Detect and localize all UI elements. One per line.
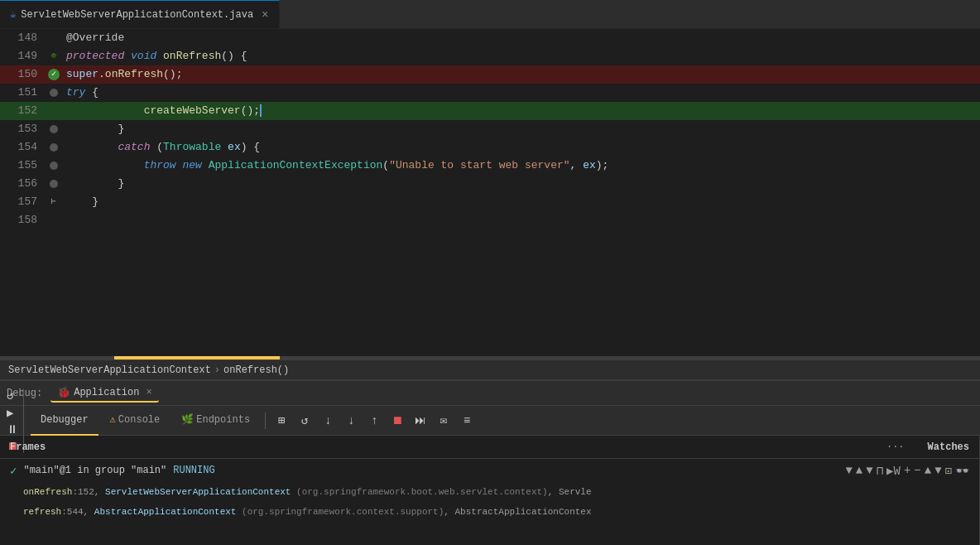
code-line-148: 148 @Override bbox=[0, 29, 980, 47]
frames-header: Frames ··· Watches bbox=[0, 436, 979, 459]
gutter-150: ✓ bbox=[46, 65, 62, 84]
toolbar-separator-1 bbox=[265, 412, 266, 429]
thread-minus-icon[interactable]: − bbox=[914, 464, 920, 477]
thread-down2-icon[interactable]: ▼ bbox=[934, 464, 941, 477]
gutter-158 bbox=[46, 211, 62, 229]
stack-frame-1[interactable]: refresh:544, AbstractApplicationContext … bbox=[0, 502, 979, 522]
frame-method-0: onRefresh bbox=[23, 487, 72, 497]
frames-panel: Frames ··· Watches ✓ "main"@1 in group "… bbox=[0, 436, 980, 545]
debug-session-close[interactable]: × bbox=[146, 387, 151, 398]
frame-suffix-0: , Servle bbox=[548, 487, 592, 497]
breakpoint-icon-150: ✓ bbox=[48, 69, 60, 80]
line-number-154: 154 bbox=[0, 138, 46, 157]
line-content-158 bbox=[62, 211, 980, 229]
code-line-153: 153 } bbox=[0, 120, 980, 138]
thread-dropdown-icon[interactable]: ▼ bbox=[845, 464, 852, 477]
layout-btn[interactable]: ⊞ bbox=[271, 410, 292, 432]
endpoints-icon: 🌿 bbox=[181, 413, 194, 426]
breadcrumb-separator: › bbox=[214, 364, 220, 376]
editor-tab[interactable]: ☕ ServletWebServerApplicationContext.jav… bbox=[0, 0, 280, 28]
pause-icon[interactable]: ⏸ bbox=[7, 423, 18, 436]
endpoints-tab-label: Endpoints bbox=[196, 414, 250, 426]
line-content-152: createWebServer(); bbox=[62, 102, 980, 120]
line-number-152: 152 bbox=[0, 102, 46, 120]
scroll-thumb bbox=[114, 356, 280, 359]
evaluate-btn[interactable]: ✉ bbox=[433, 410, 454, 432]
line-content-148: @Override bbox=[62, 29, 980, 47]
thread-down-icon[interactable]: ▼ bbox=[866, 464, 872, 477]
code-line-152: 152 createWebServer(); bbox=[0, 102, 980, 120]
thread-filter-icon[interactable]: ⊓ bbox=[877, 464, 883, 478]
frame-loc-0: :152, bbox=[72, 487, 105, 497]
code-line-151: 151 try { bbox=[0, 84, 980, 102]
gutter-155 bbox=[46, 157, 62, 175]
line-number-157: 157 bbox=[0, 193, 46, 211]
line-content-155: throw new ApplicationContextException("U… bbox=[62, 157, 980, 175]
gutter-156 bbox=[46, 175, 62, 193]
thread-up-icon[interactable]: ▲ bbox=[856, 464, 862, 477]
line-content-153: } bbox=[62, 120, 980, 138]
frame-pkg-0: (org.springframework.boot.web.servlet.co… bbox=[291, 487, 547, 497]
stack-frame-0[interactable]: onRefresh:152, ServletWebServerApplicati… bbox=[0, 482, 979, 502]
stop-btn[interactable]: ⏹ bbox=[387, 410, 408, 432]
scroll-indicator bbox=[0, 356, 980, 359]
thread-copy-icon[interactable]: ⊡ bbox=[945, 464, 952, 478]
line-content-150: super.onRefresh(); bbox=[62, 65, 980, 84]
frame-suffix-1: , AbstractApplicationContex bbox=[444, 507, 591, 517]
line-number-151: 151 bbox=[0, 84, 46, 102]
stack-frames: onRefresh:152, ServletWebServerApplicati… bbox=[0, 482, 979, 522]
thread-resume-icon[interactable]: ▶W bbox=[886, 464, 901, 478]
tab-endpoints[interactable]: 🌿 Endpoints bbox=[171, 406, 260, 436]
console-tab-label: Console bbox=[118, 414, 160, 426]
gutter-154 bbox=[46, 138, 62, 157]
thread-glasses-icon[interactable]: 👓 bbox=[955, 464, 969, 478]
breadcrumb-method: onRefresh() bbox=[223, 364, 289, 376]
line-content-157: } bbox=[62, 193, 980, 211]
run-to-cursor-btn[interactable]: ⏭ bbox=[410, 410, 431, 432]
step-out-btn[interactable]: ↑ bbox=[363, 410, 385, 432]
code-line-149: 149 ⊕ protected void onRefresh() { bbox=[0, 47, 980, 65]
debug-session[interactable]: 🐞 Application × bbox=[50, 384, 158, 403]
settings-btn[interactable]: ≡ bbox=[456, 410, 478, 432]
thread-up2-icon[interactable]: ▲ bbox=[925, 464, 931, 477]
debug-header: Debug: 🐞 Application × bbox=[0, 381, 980, 406]
java-file-icon: ☕ bbox=[10, 8, 16, 21]
line-number-153: 153 bbox=[0, 120, 46, 138]
code-line-158: 158 bbox=[0, 211, 980, 229]
watches-label-right: Watches bbox=[928, 441, 969, 453]
thread-add-icon[interactable]: + bbox=[904, 464, 910, 477]
frame-pkg-1: (org.springframework.context.support) bbox=[236, 507, 444, 517]
debug-panel: Debug: 🐞 Application × ↺ ▶ ⏸ ⏹ Debugger … bbox=[0, 379, 980, 545]
tab-close-button[interactable]: × bbox=[262, 8, 268, 22]
breadcrumb: ServletWebServerApplicationContext › onR… bbox=[0, 359, 980, 379]
line-number-150: 150 bbox=[0, 65, 46, 84]
line-content-149: protected void onRefresh() { bbox=[62, 47, 980, 65]
line-content-151: try { bbox=[62, 84, 980, 102]
thread-check-icon: ✓ bbox=[10, 464, 17, 478]
step-into-btn[interactable]: ↓ bbox=[340, 410, 362, 432]
line-number-149: 149 bbox=[0, 47, 46, 65]
tab-debugger[interactable]: Debugger bbox=[31, 406, 98, 436]
debugger-tab-label: Debugger bbox=[41, 414, 89, 426]
debug-session-icon: 🐞 bbox=[57, 386, 70, 399]
step-over-btn[interactable]: ↓ bbox=[317, 410, 339, 432]
restart-icon[interactable]: ↺ bbox=[7, 388, 18, 403]
thread-controls: ▼ ▲ ▼ ⊓ ▶W + − ▲ ▼ ⊡ 👓 bbox=[845, 464, 969, 478]
line-content-156: } bbox=[62, 175, 980, 193]
tab-title: ServletWebServerApplicationContext.java bbox=[21, 9, 253, 21]
rerun-btn[interactable]: ↺ bbox=[294, 410, 315, 432]
breadcrumb-class: ServletWebServerApplicationContext bbox=[8, 364, 211, 376]
gutter-148 bbox=[46, 29, 62, 47]
tab-console[interactable]: ⚠ Console bbox=[100, 406, 171, 436]
resume-icon[interactable]: ▶ bbox=[7, 406, 18, 420]
gutter-157: ⊢ bbox=[46, 193, 62, 211]
gutter-152 bbox=[46, 102, 62, 120]
line-number-156: 156 bbox=[0, 175, 46, 193]
code-line-156: 156 } bbox=[0, 175, 980, 193]
frame-class-1: AbstractApplicationContext bbox=[94, 507, 237, 517]
frame-method-1: refresh bbox=[23, 507, 61, 517]
editor-area: 148 @Override 149 ⊕ protected void onRef… bbox=[0, 29, 980, 356]
debug-main-content: Frames ··· Watches ✓ "main"@1 in group "… bbox=[0, 436, 980, 545]
debug-toolbar: ↺ ▶ ⏸ ⏹ Debugger ⚠ Console 🌿 Endpoints ⊞… bbox=[0, 406, 980, 436]
frames-more-icon[interactable]: ··· bbox=[886, 441, 905, 453]
